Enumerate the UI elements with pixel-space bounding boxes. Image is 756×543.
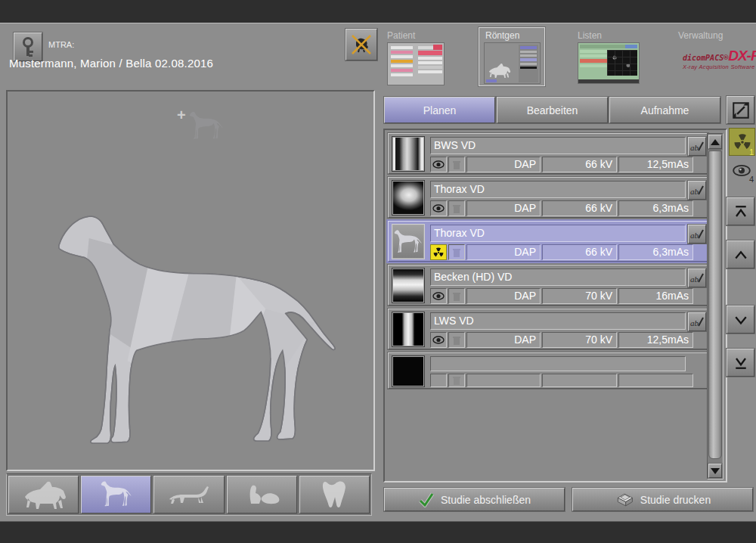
scrollbar-thumb[interactable]	[708, 150, 722, 459]
exposure-row-empty[interactable]	[388, 352, 708, 389]
delete-button[interactable]	[448, 332, 465, 348]
exposure-list: BWS VD ab DAP 66 kV 12,5mAs Thorax VD ab	[383, 129, 727, 482]
list-scrollbar[interactable]	[707, 133, 723, 479]
animal-button-horse[interactable]	[8, 476, 79, 514]
rename-button[interactable]: ab	[688, 225, 706, 244]
nav-tab-roentgen-label: Röntgen	[485, 30, 519, 41]
move-down-button[interactable]	[727, 306, 754, 334]
visibility-toggle[interactable]	[430, 288, 447, 304]
printer-icon	[615, 492, 634, 508]
delete-button[interactable]	[448, 157, 465, 172]
eye-icon	[432, 160, 445, 169]
brand-product: DX-R	[728, 48, 756, 64]
svg-text:ab: ab	[690, 187, 699, 196]
delete-button[interactable]	[448, 288, 465, 304]
mas-field[interactable]: 12,5mAs	[618, 157, 693, 172]
move-to-bottom-button[interactable]	[727, 349, 754, 377]
print-study-button[interactable]: Studie drucken	[572, 488, 753, 511]
rename-button[interactable]: ab	[688, 137, 706, 156]
radiation-count: 1	[749, 147, 754, 157]
exposure-title	[430, 356, 686, 371]
expand-panel-button[interactable]	[727, 96, 754, 124]
mas-field[interactable]: 12,5mAs	[618, 332, 693, 348]
rename-button[interactable]: ab	[688, 268, 706, 287]
exposure-thumbnail	[392, 355, 425, 387]
scroll-down-button[interactable]	[708, 464, 722, 478]
mas-field	[618, 374, 693, 387]
app-window: MTRA: Mustermann, Marion / Bella 02.08.2…	[0, 23, 756, 522]
nav-tab-verwaltung-label[interactable]: Verwaltung	[678, 30, 723, 41]
exposure-thumbnail[interactable]	[392, 312, 425, 347]
kv-field[interactable]: 66 kV	[542, 244, 617, 260]
animal-button-dog[interactable]	[81, 476, 151, 514]
exposure-row[interactable]: Thorax VD ab DAP 66 kV 6,3mAs	[388, 177, 708, 218]
kv-field	[542, 374, 617, 387]
exposure-row-selected[interactable]: Thorax VD ab DAP 66 kV 6,3mAs	[388, 221, 708, 262]
exposure-title: LWS VD	[430, 312, 686, 330]
exposure-title: Becken (HD) VD	[430, 268, 686, 286]
trash-icon	[452, 247, 461, 258]
nav-tab-roentgen[interactable]: Röntgen	[479, 27, 545, 86]
exposure-thumbnail[interactable]	[392, 180, 425, 216]
animal-button-dental[interactable]	[299, 476, 370, 514]
rename-button[interactable]: ab	[688, 312, 706, 331]
mas-field[interactable]: 16mAs	[618, 288, 693, 304]
eye-icon	[432, 204, 445, 213]
rename-button[interactable]: ab	[688, 181, 706, 200]
tab-bearbeiten[interactable]: Bearbeiten	[497, 97, 608, 123]
nav-tab-listen-thumbnail[interactable]	[578, 42, 640, 84]
exposure-row[interactable]: Becken (HD) VD ab DAP 70 kV 16mAs	[388, 265, 708, 306]
dap-field[interactable]: DAP	[466, 157, 541, 172]
key-icon	[18, 36, 38, 57]
exposure-row[interactable]: LWS VD ab DAP 70 kV 12,5mAs	[388, 309, 708, 349]
exposure-title: Thorax VD	[430, 225, 686, 242]
kv-field[interactable]: 66 kV	[542, 157, 617, 172]
dap-field[interactable]: DAP	[466, 288, 541, 304]
body-region-canvas[interactable]: +	[6, 90, 375, 471]
mas-field[interactable]: 6,3mAs	[618, 244, 693, 260]
animal-button-exotics[interactable]	[227, 476, 297, 514]
exposure-thumbnail[interactable]	[392, 136, 425, 172]
audio-muted-button[interactable]	[345, 29, 377, 61]
mtra-label: MTRA:	[48, 40, 74, 49]
crosshair-cursor: +	[177, 107, 186, 124]
dap-field[interactable]: DAP	[466, 332, 541, 348]
dog-silhouette-map[interactable]	[51, 213, 343, 459]
mas-field[interactable]: 6,3mAs	[618, 200, 693, 216]
move-up-button[interactable]	[727, 240, 754, 268]
visibility-toggle[interactable]	[430, 157, 447, 172]
nav-tab-patient-thumbnail[interactable]	[387, 42, 445, 85]
eye-icon	[432, 336, 445, 344]
kv-field[interactable]: 70 kV	[542, 288, 617, 304]
tab-planen[interactable]: Planen	[384, 97, 495, 123]
dap-field[interactable]: DAP	[466, 200, 541, 216]
exposure-thumbnail[interactable]	[392, 224, 425, 259]
trash-icon	[452, 203, 461, 214]
animal-button-cat[interactable]	[153, 476, 224, 514]
visibility-toggle[interactable]	[430, 200, 447, 216]
svg-text:ab: ab	[690, 231, 699, 240]
finish-study-button[interactable]: Studie abschließen	[384, 488, 565, 511]
radiation-pending-badge	[430, 244, 447, 260]
finish-study-label: Studie abschließen	[441, 494, 531, 506]
exposure-row[interactable]: BWS VD ab DAP 66 kV 12,5mAs	[388, 133, 708, 174]
brand-logo: dicomPACS®DX-R	[683, 48, 756, 64]
trash-icon	[452, 375, 461, 386]
kv-field[interactable]: 70 kV	[542, 332, 617, 348]
scroll-up-button[interactable]	[708, 135, 722, 149]
exposure-title: Thorax VD	[430, 181, 686, 198]
chevron-down-icon	[732, 311, 750, 329]
kv-field[interactable]: 66 kV	[542, 200, 617, 216]
visibility-toggle[interactable]	[430, 332, 447, 348]
move-to-top-button[interactable]	[727, 197, 754, 225]
tab-aufnahme[interactable]: Aufnahme	[609, 97, 720, 123]
horse-icon	[20, 479, 67, 510]
exposure-title: BWS VD	[430, 137, 686, 154]
expand-icon	[731, 101, 751, 120]
delete-button[interactable]	[448, 244, 465, 260]
nav-tab-patient-label[interactable]: Patient	[387, 30, 415, 41]
dap-field[interactable]: DAP	[466, 244, 541, 260]
exposure-thumbnail[interactable]	[392, 268, 425, 303]
delete-button[interactable]	[448, 200, 465, 216]
nav-tab-listen-label[interactable]: Listen	[578, 30, 602, 41]
